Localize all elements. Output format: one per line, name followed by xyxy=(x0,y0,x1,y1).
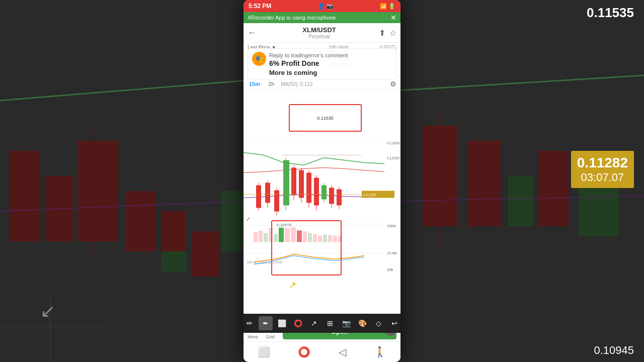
svg-rect-16 xyxy=(423,126,458,226)
svg-rect-73 xyxy=(338,236,342,242)
svg-rect-18 xyxy=(508,176,533,226)
nav-actions: ⬆ ☆ xyxy=(379,28,396,38)
draw-grid-tool[interactable]: ⊞ xyxy=(323,316,337,330)
chart-settings-icon[interactable]: ⚙ xyxy=(390,80,396,88)
symbol-name: XLM/USDT xyxy=(260,26,379,34)
svg-text:0.11282: 0.11282 xyxy=(363,193,376,197)
top-nav: ← XLM/USDT Perpetual ⬆ ☆ xyxy=(244,23,400,43)
tf-15m[interactable]: 15m xyxy=(248,80,262,87)
profit-line: 6% Profit Done xyxy=(269,59,348,69)
more-line: More is coming xyxy=(269,69,348,76)
draw-arrow-tool[interactable]: ↗ xyxy=(307,316,321,330)
svg-rect-71 xyxy=(328,235,332,242)
nav-back-btn[interactable]: ◁ xyxy=(339,346,346,358)
svg-text:0.11535: 0.11535 xyxy=(387,156,399,160)
bg-left-chart xyxy=(0,0,247,362)
svg-rect-44 xyxy=(314,178,319,206)
draw-color-tool[interactable]: 🎨 xyxy=(355,316,369,330)
svg-text:03:07:07: 03:07:07 xyxy=(363,197,375,200)
svg-text:15.4M: 15.4M xyxy=(387,251,397,255)
back-button[interactable]: ← xyxy=(248,28,257,38)
yellow-arrow: ↗ xyxy=(289,280,296,291)
svg-rect-2 xyxy=(78,141,118,241)
nav-home-btn[interactable]: 🚶 xyxy=(374,346,386,358)
svg-rect-60 xyxy=(269,228,273,242)
svg-rect-68 xyxy=(313,234,317,242)
svg-text:0.11830: 0.11830 xyxy=(387,141,399,145)
svg-text:295M: 295M xyxy=(387,224,396,228)
svg-rect-58 xyxy=(259,231,263,242)
reply-to-text: Reply to tradingerror's comment xyxy=(269,52,348,59)
svg-rect-34 xyxy=(274,191,279,212)
symbol-info: XLM/USDT Perpetual xyxy=(260,26,379,39)
draw-circle-tool[interactable]: ⭕ xyxy=(291,316,305,330)
ma-indicator: MA(50): 0.112 xyxy=(281,81,312,87)
comment-overlay: 🎭 Reply to tradingerror's comment 6% Pro… xyxy=(248,48,396,80)
nav-circle-btn[interactable]: ⭕ xyxy=(298,346,310,358)
svg-rect-19 xyxy=(538,151,569,226)
svg-line-12 xyxy=(0,80,247,101)
svg-rect-59 xyxy=(264,233,268,242)
symbol-type: Perpetual xyxy=(260,34,379,39)
bg-right-top-price: 0.11535 xyxy=(587,5,634,21)
svg-line-23 xyxy=(397,75,644,90)
bg-right-price-display: 0.11282 03:07.07 xyxy=(571,151,634,188)
svg-rect-70 xyxy=(323,235,327,242)
draw-screenshot-tool[interactable]: 📷 xyxy=(339,316,353,330)
draw-rect-tool[interactable]: ⬜ xyxy=(275,316,289,330)
status-icons: 👤 📷 xyxy=(318,3,334,10)
svg-rect-69 xyxy=(318,236,322,242)
nav-bar: ⬜ ⭕ ◁ 🚶 xyxy=(244,341,400,362)
svg-rect-50 xyxy=(337,190,342,206)
svg-rect-61 xyxy=(274,234,278,242)
svg-rect-4 xyxy=(161,211,186,251)
nav-square-btn[interactable]: ⬜ xyxy=(258,346,270,358)
share-icon[interactable]: ⬆ xyxy=(379,28,385,38)
star-icon[interactable]: ☆ xyxy=(389,28,396,38)
bg-right-bottom-price: 0.10945 xyxy=(594,344,634,357)
svg-rect-48 xyxy=(329,188,334,204)
phone-frame: 5:52 PM 👤 📷 📶 🔋 XRecorder App is using m… xyxy=(244,0,400,362)
svg-rect-17 xyxy=(468,141,501,226)
vol-label: Vol: 15,443,322.000 xyxy=(247,260,282,264)
comment-content: Reply to tradingerror's comment 6% Profi… xyxy=(269,52,348,76)
svg-rect-6 xyxy=(161,251,186,272)
svg-rect-36 xyxy=(283,160,289,206)
recording-banner: XRecorder App is using microphone ✕ xyxy=(244,12,400,23)
svg-text:⤢: ⤢ xyxy=(246,216,250,222)
svg-rect-7 xyxy=(221,191,244,251)
svg-rect-40 xyxy=(299,170,304,198)
svg-rect-38 xyxy=(291,168,296,196)
svg-rect-62 xyxy=(279,226,284,242)
recording-text: XRecorder App is using microphone xyxy=(248,15,336,21)
svg-rect-3 xyxy=(126,191,156,251)
draw-pen-tool[interactable]: ✏ xyxy=(244,316,257,330)
status-time: 5:52 PM xyxy=(249,3,271,10)
recording-close-btn[interactable]: ✕ xyxy=(390,14,396,22)
status-right-icons: 📶 🔋 xyxy=(380,3,395,10)
svg-text:25B: 25B xyxy=(387,268,393,272)
svg-rect-64 xyxy=(291,227,296,242)
svg-rect-63 xyxy=(285,228,290,242)
chart-area: 0.11282 03:07:07 xyxy=(244,90,400,321)
svg-rect-57 xyxy=(254,232,258,242)
tf-2h[interactable]: 2h xyxy=(267,80,276,87)
svg-rect-30 xyxy=(256,186,261,208)
more-label: More xyxy=(248,334,258,339)
draw-eraser-tool[interactable]: ◇ xyxy=(371,316,385,330)
arrow-cursor: ↙ xyxy=(40,301,55,322)
comment-avatar: 🎭 xyxy=(252,52,266,66)
svg-rect-5 xyxy=(191,231,219,277)
grid-label: Grid xyxy=(266,334,275,339)
draw-undo-tool[interactable]: ↩ xyxy=(387,316,400,330)
chart-svg: 0.11282 03:07:07 xyxy=(244,90,400,321)
svg-rect-32 xyxy=(265,183,270,203)
svg-rect-65 xyxy=(297,231,302,242)
svg-rect-67 xyxy=(308,233,312,242)
svg-rect-66 xyxy=(303,232,307,242)
svg-rect-46 xyxy=(321,186,327,200)
status-bar: 5:52 PM 👤 📷 📶 🔋 xyxy=(244,0,400,12)
drawing-toolbar: ✏ ✒ ⬜ ⭕ ↗ ⊞ 📷 🎨 ◇ ↩ xyxy=(244,314,400,333)
draw-marker-tool[interactable]: ✒ xyxy=(259,316,273,330)
svg-rect-72 xyxy=(333,236,337,242)
